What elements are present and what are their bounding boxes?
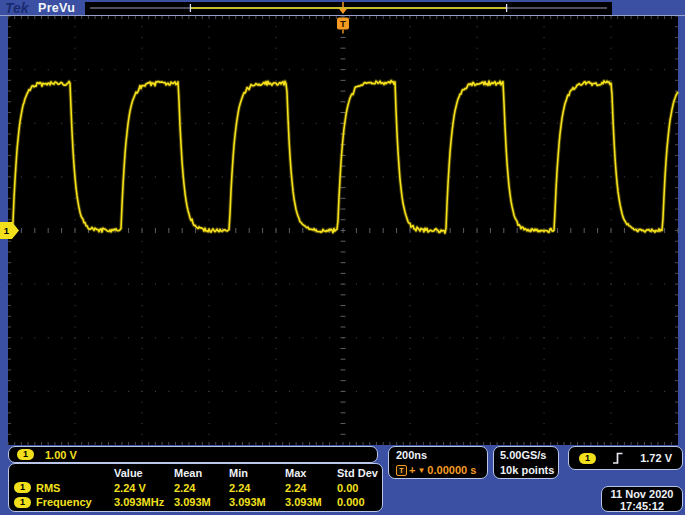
date-text: 11 Nov 2020 <box>602 488 682 500</box>
ch1-badge: 1 <box>17 449 34 460</box>
oscilloscope-screen: Tek PreVu T 1 1 1.00 V Value Mean Min Ma… <box>0 0 685 515</box>
meas-rms-max: 2.24 <box>285 481 337 496</box>
meas-col-mean: Mean <box>174 466 229 481</box>
record-view-bar <box>0 2 685 16</box>
sample-rate: 5.00GS/s <box>500 448 558 463</box>
meas-row-freq-name: Frequency <box>36 495 114 510</box>
trigger-level-value: 1.72 V <box>640 452 672 464</box>
trigger-t-icon: T <box>396 465 407 476</box>
meas-col-stddev: Std Dev <box>337 466 387 481</box>
acquisition-readout: 5.00GS/s 10k points <box>493 446 559 479</box>
meas-freq-mean: 3.093M <box>174 495 229 510</box>
trigger-source-badge: 1 <box>579 453 596 464</box>
down-arrow-icon: ▼ <box>417 466 425 476</box>
timebase-readout: 200ns T+▼0.00000 s <box>388 446 488 479</box>
meas-row-freq-badge: 1 <box>14 495 36 510</box>
timebase-scale: 200ns <box>396 448 487 463</box>
horizontal-position-value: 0.00000 s <box>427 463 476 478</box>
ch1-scale-readout: 1 1.00 V <box>8 446 378 463</box>
meas-row-rms-badge: 1 <box>14 481 36 496</box>
meas-rms-mean: 2.24 <box>174 481 229 496</box>
meas-freq-max: 3.093M <box>285 495 337 510</box>
measurements-panel: Value Mean Min Max Std Dev 1 RMS 2.24 V … <box>8 463 383 512</box>
time-text: 17:45:12 <box>602 500 682 512</box>
svg-text:1: 1 <box>4 225 10 236</box>
meas-freq-stddev: 0.000 <box>337 495 387 510</box>
trigger-slope-rising-icon <box>612 451 624 465</box>
record-length: 10k points <box>500 463 558 478</box>
meas-rms-value: 2.24 V <box>114 481 174 496</box>
meas-col-value: Value <box>114 466 174 481</box>
horizontal-position-readout: T+▼0.00000 s <box>396 463 487 478</box>
meas-freq-min: 3.093M <box>229 495 285 510</box>
svg-text:T: T <box>340 18 346 29</box>
trigger-readout: 1 1.72 V <box>568 446 683 470</box>
datetime-readout: 11 Nov 2020 17:45:12 <box>601 486 683 512</box>
meas-rms-stddev: 0.00 <box>337 481 387 496</box>
ch1-scale-value: 1.00 V <box>45 449 77 461</box>
plus-glyph: + <box>409 463 415 478</box>
meas-col-max: Max <box>285 466 337 481</box>
scope-canvas: T 1 <box>0 0 685 515</box>
meas-row-rms-name: RMS <box>36 481 114 496</box>
meas-freq-value: 3.093MHz <box>114 495 174 510</box>
meas-rms-min: 2.24 <box>229 481 285 496</box>
meas-col-min: Min <box>229 466 285 481</box>
